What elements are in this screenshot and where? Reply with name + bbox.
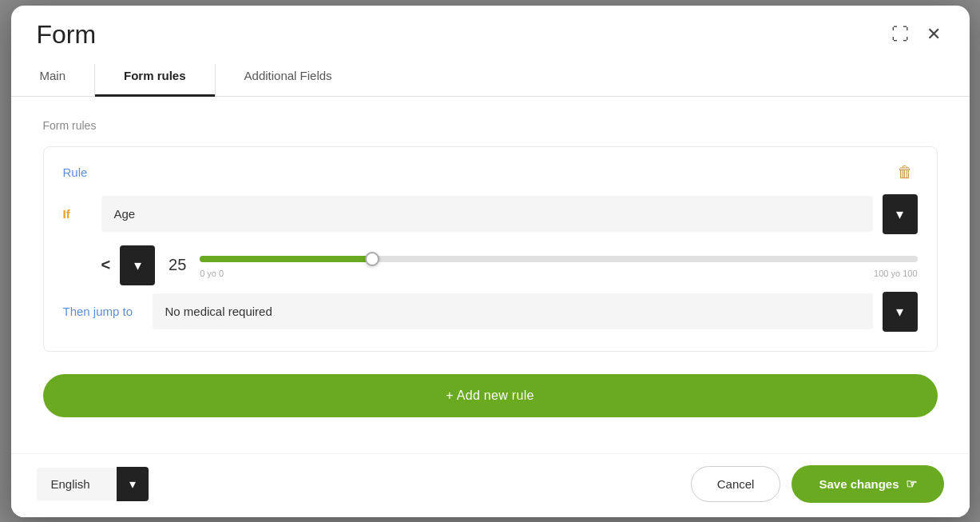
condition-row: < ▾ 25 0 yo 0 100 yo 100 (63, 245, 918, 285)
add-rule-button[interactable]: + Add new rule (43, 374, 938, 417)
tab-form-rules[interactable]: Form rules (95, 58, 215, 97)
tabs-bar: Main Form rules Additional Fields (11, 58, 970, 97)
rule-label: Rule (63, 165, 88, 179)
form-rules-section-label: Form rules (43, 119, 938, 132)
modal-header: Form ⛶ ✕ (11, 6, 970, 50)
language-selector: English ▾ (37, 467, 149, 501)
trash-icon: 🗑 (897, 163, 913, 181)
operator-display: < (101, 256, 111, 274)
slider-thumb[interactable] (365, 252, 379, 266)
age-slider-container: 0 yo 0 100 yo 100 (200, 253, 917, 278)
tab-additional-fields[interactable]: Additional Fields (216, 58, 361, 97)
rule-card: Rule 🗑 If Age ▾ < ▾ 25 (43, 146, 938, 352)
slider-fill (200, 256, 372, 262)
language-dropdown-button[interactable]: ▾ (117, 467, 149, 501)
chevron-down-icon: ▾ (129, 476, 136, 492)
language-display: English (37, 468, 117, 500)
cancel-button[interactable]: Cancel (691, 466, 781, 502)
if-row: If Age ▾ (63, 194, 918, 234)
delete-rule-button[interactable]: 🗑 (892, 161, 918, 183)
tab-main[interactable]: Main (11, 58, 95, 97)
if-field-display: Age (101, 196, 873, 232)
then-label: Then jump to (63, 305, 143, 318)
footer-buttons: Cancel Save changes (691, 465, 944, 503)
if-label: If (63, 207, 92, 221)
save-changes-button[interactable]: Save changes (792, 465, 943, 503)
close-button[interactable]: ✕ (923, 21, 944, 48)
then-row: Then jump to No medical required ▾ (63, 292, 918, 332)
rule-header: Rule 🗑 (63, 161, 918, 183)
close-icon: ✕ (926, 24, 941, 45)
slider-min-label: 0 yo 0 (200, 269, 224, 278)
expand-button[interactable]: ⛶ (888, 21, 912, 48)
modal-body: Form rules Rule 🗑 If Age ▾ < ▾ 25 (11, 97, 970, 453)
slider-labels: 0 yo 0 100 yo 100 (200, 269, 917, 278)
expand-icon: ⛶ (891, 24, 909, 45)
modal-footer: English ▾ Cancel Save changes (11, 453, 970, 517)
slider-track[interactable] (200, 256, 917, 262)
operator-dropdown[interactable]: ▾ (120, 245, 155, 285)
condition-value-display: 25 (165, 256, 190, 274)
modal-dialog: Form ⛶ ✕ Main Form rules Additional Fiel… (11, 6, 970, 517)
then-field-dropdown[interactable]: ▾ (883, 292, 918, 332)
if-field-dropdown[interactable]: ▾ (883, 194, 918, 234)
then-field-display: No medical required (153, 293, 873, 329)
header-icons: ⛶ ✕ (888, 21, 944, 48)
modal-title: Form (37, 20, 97, 50)
slider-max-label: 100 yo 100 (874, 269, 917, 278)
